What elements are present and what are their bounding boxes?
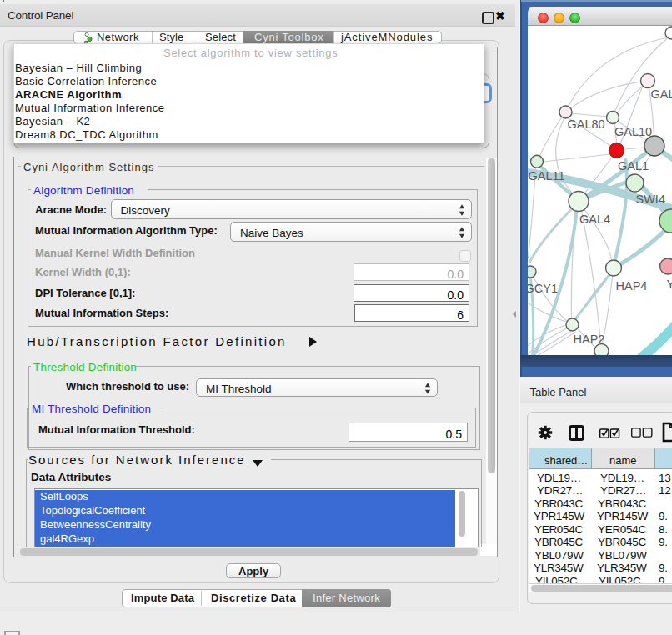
- svg-text:GCY1: GCY1: [528, 282, 558, 295]
- svg-text:GAL4: GAL4: [579, 212, 610, 226]
- svg-text:Y: Y: [666, 278, 672, 291]
- svg-text:GAL1: GAL1: [618, 159, 649, 172]
- svg-text:GAL11: GAL11: [528, 169, 564, 182]
- svg-text:HAP4: HAP4: [615, 279, 647, 292]
- svg-text:GAL7: GAL7: [650, 88, 672, 101]
- svg-text:HAP2: HAP2: [573, 332, 604, 346]
- svg-text:SWI4: SWI4: [635, 192, 664, 206]
- svg-text:GAL80: GAL80: [567, 118, 604, 131]
- svg-text:GAL10: GAL10: [614, 125, 652, 138]
